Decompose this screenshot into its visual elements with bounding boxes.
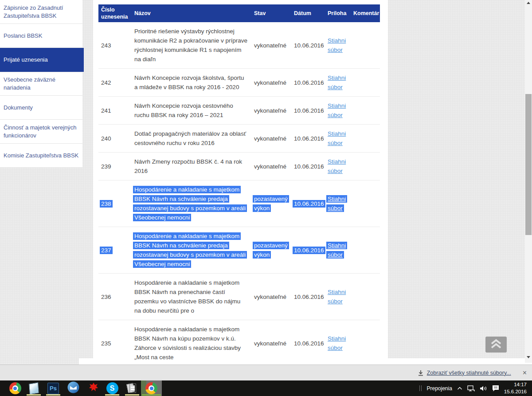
sidebar-item[interactable]: Prijaté uznesenia bbox=[0, 48, 84, 72]
sidebar-item-label: Komisie Zastupiteľstva BBSK bbox=[4, 152, 78, 160]
taskbar-chrome-button[interactable] bbox=[6, 380, 24, 396]
taskbar-notepad-button[interactable] bbox=[25, 380, 43, 396]
column-header-komentar: Komentár bbox=[353, 10, 380, 17]
cell-number: 237 bbox=[101, 246, 134, 255]
cell-date: 10.06.2016 bbox=[294, 134, 328, 143]
taskbar-irfanview-button[interactable] bbox=[85, 380, 102, 396]
sidebar-item[interactable]: Komisie Zastupiteľstva BBSK bbox=[0, 144, 82, 168]
volume-icon[interactable] bbox=[480, 385, 487, 392]
action-center-icon[interactable] bbox=[492, 385, 499, 392]
cell-date: 10.06.2016 bbox=[294, 78, 328, 87]
cell-date: 10.06.2016 bbox=[294, 292, 328, 302]
sidebar-item[interactable]: Poslanci BBSK bbox=[0, 24, 82, 48]
desktop-screen: Zápisnice zo Zasadnutí Zastupiteľstva BB… bbox=[0, 0, 532, 396]
cell-name: Hospodárenie a nakladanie s majetkom BBS… bbox=[134, 231, 249, 269]
skype-icon: S bbox=[106, 382, 118, 394]
cell-name: Hospodárenie a nakladanie s majetkom BBS… bbox=[134, 325, 249, 362]
cell-date: 10.06.2016 bbox=[294, 106, 328, 115]
download-file-link[interactable]: Stiahni súbor bbox=[328, 335, 346, 351]
cell-date: 10.06.2016 bbox=[294, 162, 328, 171]
taskbar-toolbar-gripper[interactable] bbox=[419, 385, 422, 391]
cell-status: vykonateľné bbox=[254, 292, 294, 302]
taskbar-photoshop-button[interactable]: Ps bbox=[44, 380, 62, 396]
clock-time: 14:17 bbox=[504, 381, 527, 388]
cell-attachment: Stiahni súbor bbox=[328, 157, 353, 176]
cell-status: pozastavený výkon bbox=[254, 194, 294, 213]
download-file-link[interactable]: Stiahni súbor bbox=[328, 158, 346, 174]
column-header-priloha: Príloha bbox=[328, 10, 353, 17]
show-all-downloads-link[interactable]: Zobraziť všetky stiahnuté súbory... bbox=[427, 370, 511, 376]
scrollbar-thumb[interactable] bbox=[525, 94, 532, 235]
download-file-link[interactable]: Stiahni súbor bbox=[328, 289, 346, 305]
cell-name: Hospodárenie a nakladanie s majetkom BBS… bbox=[134, 278, 249, 315]
scrollbar-down-arrow-icon[interactable] bbox=[527, 356, 530, 358]
download-file-link[interactable]: Stiahni súbor bbox=[328, 37, 346, 53]
system-tray: Prepojenia bbox=[419, 380, 532, 396]
cell-date: 10.06.2016 bbox=[294, 41, 328, 50]
download-file-link[interactable]: Stiahni súbor bbox=[328, 130, 346, 146]
taskbar-thunderbird-button[interactable] bbox=[64, 380, 82, 396]
cell-date: 10.06.2016 bbox=[294, 246, 328, 255]
cell-attachment: Stiahni súbor bbox=[328, 73, 353, 92]
table-row: 239 Návrh Zmeny rozpočtu BBSK č. 4 na ro… bbox=[98, 153, 380, 180]
taskbar-clock[interactable]: 14:17 15.6.2016 bbox=[504, 381, 527, 395]
sidebar-item[interactable]: Dokumenty bbox=[0, 96, 82, 120]
column-header-datum: Dátum bbox=[294, 10, 328, 17]
cell-name: Návrh Koncepcie rozvoja cestovného ruchu… bbox=[134, 101, 249, 120]
taskbar: Ps S bbox=[0, 380, 532, 396]
cell-attachment: Stiahni súbor bbox=[328, 36, 353, 55]
documents-app-icon bbox=[127, 383, 137, 394]
photoshop-icon: Ps bbox=[47, 383, 59, 394]
scroll-to-top-button[interactable] bbox=[485, 337, 507, 353]
download-file-link[interactable]: Stiahni súbor bbox=[328, 196, 347, 212]
cell-number: 243 bbox=[101, 41, 134, 50]
cell-name: Návrh Zmeny rozpočtu BBSK č. 4 na rok 20… bbox=[134, 157, 249, 176]
links-toolbar-label[interactable]: Prepojenia bbox=[426, 385, 452, 392]
taskbar-skype-button[interactable]: S bbox=[103, 380, 121, 396]
scrollbar-up-arrow-icon[interactable] bbox=[527, 2, 530, 4]
download-file-link[interactable]: Stiahni súbor bbox=[328, 102, 346, 118]
column-header-stav: Stav bbox=[254, 10, 294, 17]
cell-attachment: Stiahni súbor bbox=[328, 101, 353, 120]
cell-status: vykonateľné bbox=[254, 162, 294, 171]
download-shelf: Zobraziť všetky stiahnuté súbory... × bbox=[0, 365, 532, 380]
browser-page-background: Zápisnice zo Zasadnutí Zastupiteľstva BB… bbox=[0, 0, 532, 365]
cell-status: pozastavený výkon bbox=[254, 241, 294, 259]
network-icon[interactable] bbox=[467, 385, 475, 392]
vertical-scrollbar[interactable] bbox=[525, 0, 532, 363]
thunderbird-icon bbox=[67, 381, 79, 395]
resolutions-table-card: Číslo uznesenia Názov Stav Dátum Príloha… bbox=[93, 0, 388, 363]
cell-date: 10.06.2016 bbox=[294, 199, 328, 208]
taskbar-chrome-active-button[interactable] bbox=[141, 380, 162, 396]
table-row: 235 Hospodárenie a nakladanie s majetkom… bbox=[98, 320, 380, 367]
table-row: 240 Dotlač propagačných materiálov za ob… bbox=[98, 125, 380, 153]
table-row: 243 Prioritné riešenie výstavby rýchlost… bbox=[98, 22, 380, 69]
sidebar-item[interactable]: Činnosť a majetok verejných funkcionárov bbox=[0, 120, 82, 144]
sidebar-item[interactable]: Všeobecne záväzné nariadenia bbox=[0, 72, 82, 96]
taskbar-documents-app-button[interactable] bbox=[123, 380, 141, 396]
sidebar-item-label: Prijaté uznesenia bbox=[4, 56, 48, 64]
cell-status: vykonateľné bbox=[254, 339, 294, 348]
cell-attachment: Stiahni súbor bbox=[328, 129, 353, 148]
show-hidden-icons-chevron-icon[interactable] bbox=[457, 387, 462, 390]
cell-attachment: Stiahni súbor bbox=[328, 287, 353, 306]
irfanview-icon bbox=[88, 382, 99, 395]
cell-number: 235 bbox=[101, 339, 134, 348]
download-file-link[interactable]: Stiahni súbor bbox=[328, 74, 346, 90]
cell-status: vykonateľné bbox=[254, 41, 294, 50]
table-row: 241 Návrh Koncepcie rozvoja cestovného r… bbox=[98, 97, 380, 125]
table-row: 242 Návrh Koncepcie rozvoja školstva, šp… bbox=[98, 69, 380, 97]
cell-name: Dotlač propagačných materiálov za oblasť… bbox=[134, 129, 249, 148]
close-shelf-icon[interactable]: × bbox=[523, 369, 527, 376]
cell-name: Návrh Koncepcie rozvoja školstva, športu… bbox=[134, 73, 249, 92]
sidebar-item-label: Činnosť a majetok verejných funkcionárov bbox=[4, 124, 81, 139]
table-header-row: Číslo uznesenia Názov Stav Dátum Príloha… bbox=[98, 4, 380, 22]
cell-number: 240 bbox=[101, 134, 134, 143]
sidebar-item[interactable]: Zápisnice zo Zasadnutí Zastupiteľstva BB… bbox=[0, 0, 82, 24]
table-row: 238 Hospodárenie a nakladanie s majetkom… bbox=[98, 180, 380, 227]
notepad-icon bbox=[29, 382, 39, 394]
download-file-link[interactable]: Stiahni súbor bbox=[328, 242, 347, 258]
sidebar-item-label: Dokumenty bbox=[4, 104, 33, 112]
cell-status: vykonateľné bbox=[254, 134, 294, 143]
double-chevron-up-icon bbox=[489, 339, 503, 351]
